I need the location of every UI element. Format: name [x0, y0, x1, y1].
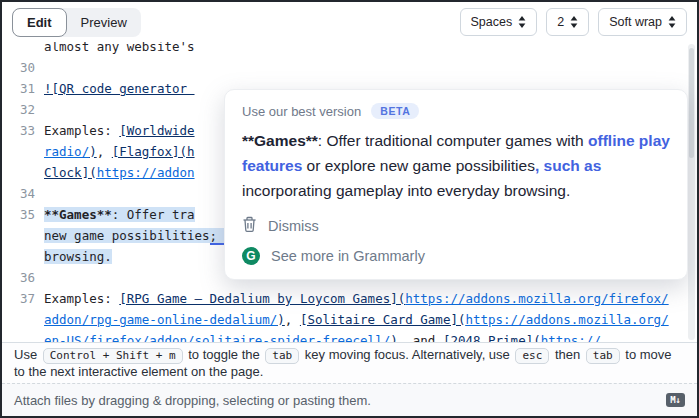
editor-scrollbar[interactable] [688, 44, 695, 340]
updown-arrows-icon [518, 16, 526, 28]
hint-text: Use [14, 347, 41, 362]
markdown-icon: M↓ [666, 393, 685, 407]
editor-line[interactable]: 30 [2, 57, 683, 78]
code-segment: [2048 Prime]( [443, 333, 541, 342]
tab-edit[interactable]: Edit [12, 8, 67, 37]
code-segment: addon/rpg-game-online-dedalium/ [44, 312, 277, 327]
code-segment: Examples: [44, 123, 119, 138]
updown-arrows-icon [570, 16, 578, 28]
keyboard-hint-bar: Use Control + Shift + m to toggle the ta… [2, 342, 697, 383]
edit-preview-segmented-control: Edit Preview [12, 8, 141, 37]
code-segment: : Offer tra [112, 207, 195, 222]
scrollbar-thumb[interactable] [689, 48, 694, 158]
wrap-mode-dropdown[interactable]: Soft wrap [598, 8, 687, 36]
line-number [2, 246, 44, 267]
line-number [2, 42, 44, 57]
editor-line[interactable]: almost any website's [2, 42, 683, 57]
code-segment: , [97, 144, 112, 159]
code-segment: , [285, 312, 300, 327]
code-segment: en-US/firefox/addon/solitaire-spider-fre… [44, 333, 390, 342]
suggestion-segment: or explore new game possibilities [302, 157, 535, 174]
editor-window: Edit Preview Spaces 2 Soft wrap almost a… [0, 0, 699, 418]
line-number: 34 [2, 183, 44, 204]
attach-files-label: Attach files by dragging & dropping, sel… [14, 393, 371, 408]
line-number [2, 162, 44, 183]
code-segment: browsing. [44, 249, 112, 264]
popup-header: Use our best version BETA [242, 103, 670, 119]
code-editor[interactable]: almost any website's3031![QR code genera… [2, 42, 697, 342]
suggestion-segment: , such as [535, 157, 601, 174]
code-segment: new game possibilities [44, 228, 210, 243]
dismiss-label: Dismiss [268, 218, 319, 234]
code-segment: https://addons.mozilla.org/ [465, 312, 668, 327]
line-number: 37 [2, 288, 44, 309]
editor-line[interactable]: 37Examples: [RPG Game – Dedalium by Loyc… [2, 288, 683, 309]
code-segment: [Flagfox](h [112, 144, 195, 159]
code-segment: [Worldwide [119, 123, 194, 138]
attach-files-bar[interactable]: Attach files by dragging & dropping, sel… [2, 383, 697, 416]
line-number: 31 [2, 78, 44, 99]
line-number [2, 309, 44, 330]
editor-line[interactable]: en-US/firefox/addon/solitaire-spider-fre… [2, 330, 683, 342]
line-number: 30 [2, 57, 44, 78]
trash-icon [242, 216, 257, 236]
suggestion-segment: : Offer traditional computer games with [318, 132, 588, 149]
hint-text: then [551, 347, 584, 362]
code-segment: [Solitaire Card Game]( [300, 312, 466, 327]
code-segment: ) [89, 144, 97, 159]
see-more-label: See more in Grammarly [271, 248, 425, 264]
line-content [44, 57, 683, 78]
line-number: 32 [2, 99, 44, 120]
line-number [2, 330, 44, 342]
popup-header-label: Use our best version [242, 104, 361, 119]
tab-preview[interactable]: Preview [67, 9, 141, 36]
line-content: addon/rpg-game-online-dedalium/), [Solit… [44, 309, 683, 330]
code-segment: https:// [541, 333, 601, 342]
code-segment: almost any website's [44, 42, 195, 54]
code-segment: **Games** [44, 207, 112, 222]
beta-badge: BETA [371, 103, 419, 119]
line-number: 33 [2, 120, 44, 141]
grammarly-suggestion-popup: Use our best version BETA **Games**: Off… [224, 89, 688, 280]
suggestion-segment: **Games** [242, 132, 318, 149]
kbd-key: tab [586, 348, 620, 364]
code-segment: radio/ [44, 144, 89, 159]
updown-arrows-icon [668, 16, 676, 28]
suggestion-text[interactable]: **Games**: Offer traditional computer ga… [242, 128, 670, 203]
code-segment: , and [398, 333, 443, 342]
kbd-key: tab [265, 348, 299, 364]
kbd-key: Control + Shift + m [43, 348, 183, 364]
code-segment: https://addon [97, 165, 195, 180]
line-number: 36 [2, 267, 44, 288]
see-more-button[interactable]: G See more in Grammarly [242, 247, 670, 265]
indent-mode-label: Spaces [471, 15, 513, 29]
code-segment: Clock]( [44, 165, 97, 180]
toolbar: Edit Preview Spaces 2 Soft wrap [2, 2, 697, 42]
suggestion-segment: incorporating gameplay into everyday bro… [242, 182, 570, 199]
code-segment: Examples: [44, 291, 119, 306]
indent-size-dropdown[interactable]: 2 [546, 8, 589, 36]
code-segment: [RPG Game – Dedalium by Loycom Games]( [119, 291, 405, 306]
kbd-key: esc [515, 348, 549, 364]
indent-mode-dropdown[interactable]: Spaces [460, 8, 538, 36]
hint-text: to toggle the [185, 347, 264, 362]
indent-size-label: 2 [557, 15, 564, 29]
code-segment: ) [277, 312, 285, 327]
code-segment: ) [390, 333, 398, 342]
line-content: Examples: [RPG Game – Dedalium by Loycom… [44, 288, 683, 309]
line-content: almost any website's [44, 42, 683, 57]
line-number [2, 141, 44, 162]
editor-line[interactable]: addon/rpg-game-online-dedalium/), [Solit… [2, 309, 683, 330]
dismiss-button[interactable]: Dismiss [242, 216, 670, 236]
wrap-mode-label: Soft wrap [609, 15, 662, 29]
line-content: en-US/firefox/addon/solitaire-spider-fre… [44, 330, 683, 342]
code-segment: ![QR code generator [44, 81, 195, 96]
hint-text: key moving focus. Alternatively, use [301, 347, 513, 362]
line-number: 35 [2, 204, 44, 225]
grammarly-icon: G [242, 247, 260, 265]
code-segment: https://addons.mozilla.org/firefox/ [405, 291, 668, 306]
line-number [2, 225, 44, 246]
